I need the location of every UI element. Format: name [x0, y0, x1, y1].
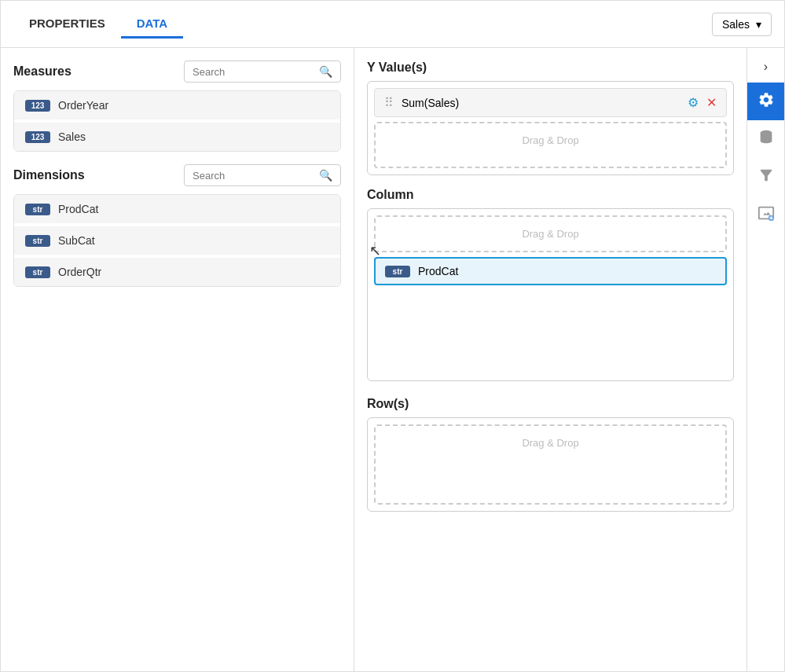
badge-num-orderyear: 123	[25, 100, 50, 112]
badge-str-subcat: str	[25, 235, 50, 247]
chevron-down-icon: ▾	[756, 18, 761, 31]
measure-label-orderyear: OrderYear	[58, 99, 108, 112]
measures-search-input[interactable]	[193, 66, 314, 78]
drag-handle-icon: ⠿	[384, 95, 394, 110]
column-placeholder[interactable]: Drag & Drop	[374, 215, 727, 252]
y-values-placeholder[interactable]: Drag & Drop	[374, 122, 727, 168]
column-section: Column Drag & Drop ↖ str ProdCat	[367, 188, 734, 381]
database-icon	[757, 129, 775, 150]
dimension-item-orderqtr[interactable]: str OrderQtr	[14, 258, 340, 286]
badge-str-dragging: str	[385, 266, 410, 277]
measures-header: Measures 🔍	[13, 61, 341, 83]
filter-icon	[757, 167, 775, 188]
measures-search-box[interactable]: 🔍	[184, 61, 341, 83]
left-panel: Measures 🔍 123 OrderYear 123 Sales	[1, 48, 354, 671]
search-icon-dim: 🔍	[319, 169, 332, 182]
icon-sidebar: ›	[746, 48, 784, 671]
dragging-item-label: ProdCat	[418, 265, 458, 277]
dimension-item-subcat[interactable]: str SubCat	[14, 226, 340, 258]
dimensions-title: Dimensions	[13, 168, 85, 182]
tab-data[interactable]: DATA	[121, 10, 183, 39]
chevron-right-icon: ›	[764, 60, 768, 74]
dimension-label-prodcat: ProdCat	[58, 203, 98, 215]
measure-item-sales[interactable]: 123 Sales	[14, 123, 340, 151]
measures-items-box: 123 OrderYear 123 Sales	[13, 90, 341, 152]
dimension-label-subcat: SubCat	[58, 234, 95, 247]
dimensions-items-box: str ProdCat str SubCat str OrderQtr	[13, 194, 341, 287]
body: Measures 🔍 123 OrderYear 123 Sales	[1, 48, 784, 671]
dimensions-search-box[interactable]: 🔍	[184, 164, 341, 186]
measures-title: Measures	[13, 64, 72, 79]
rows-drop-zone[interactable]: Drag & Drop	[367, 417, 734, 512]
measure-item-orderyear[interactable]: 123 OrderYear	[14, 91, 340, 123]
dataset-label: Sales	[722, 18, 750, 31]
column-drop-zone[interactable]: Drag & Drop ↖ str ProdCat	[367, 208, 734, 381]
badge-str-prodcat: str	[25, 204, 50, 215]
gear-icon-chip[interactable]: ⚙	[688, 95, 699, 110]
y-values-title: Y Value(s)	[367, 61, 734, 75]
sum-sales-chip[interactable]: ⠿ Sum(Sales) ⚙ ✕	[374, 88, 727, 117]
column-title: Column	[367, 188, 734, 202]
database-icon-button[interactable]	[747, 120, 785, 158]
measures-section: Measures 🔍 123 OrderYear 123 Sales	[13, 61, 341, 152]
badge-str-orderqtr: str	[25, 266, 50, 278]
badge-num-sales: 123	[25, 131, 50, 143]
rows-title: Row(s)	[367, 397, 734, 411]
collapse-button[interactable]: ›	[747, 51, 785, 83]
dataset-dropdown[interactable]: Sales ▾	[712, 13, 772, 36]
dimension-label-orderqtr: OrderQtr	[58, 266, 101, 278]
y-values-section: Y Value(s) ⠿ Sum(Sales) ⚙ ✕ Drag & Drop	[367, 61, 734, 175]
rows-section: Row(s) Drag & Drop	[367, 397, 734, 512]
dimensions-section: Dimensions 🔍 str ProdCat str SubCat	[13, 164, 341, 287]
image-settings-icon	[757, 204, 775, 226]
right-panel: Y Value(s) ⠿ Sum(Sales) ⚙ ✕ Drag & Drop …	[354, 48, 746, 671]
search-icon: 🔍	[319, 65, 332, 78]
dimensions-search-input[interactable]	[193, 170, 314, 182]
gear-sidebar-icon	[757, 91, 775, 112]
rows-placeholder[interactable]: Drag & Drop	[374, 424, 727, 505]
sum-sales-label: Sum(Sales)	[402, 97, 459, 109]
header: PROPERTIES DATA Sales ▾	[1, 1, 784, 48]
image-settings-icon-button[interactable]	[747, 196, 785, 233]
dragging-prodcat-item[interactable]: str ProdCat	[374, 257, 727, 285]
filter-icon-button[interactable]	[747, 158, 785, 196]
dimensions-header: Dimensions 🔍	[13, 164, 341, 186]
close-icon-chip[interactable]: ✕	[706, 95, 717, 110]
measure-label-sales: Sales	[58, 130, 86, 143]
dimension-item-prodcat[interactable]: str ProdCat	[14, 195, 340, 226]
y-values-drop-zone[interactable]: ⠿ Sum(Sales) ⚙ ✕ Drag & Drop	[367, 81, 734, 175]
tab-properties[interactable]: PROPERTIES	[13, 10, 121, 39]
settings-icon-button[interactable]	[747, 83, 785, 120]
